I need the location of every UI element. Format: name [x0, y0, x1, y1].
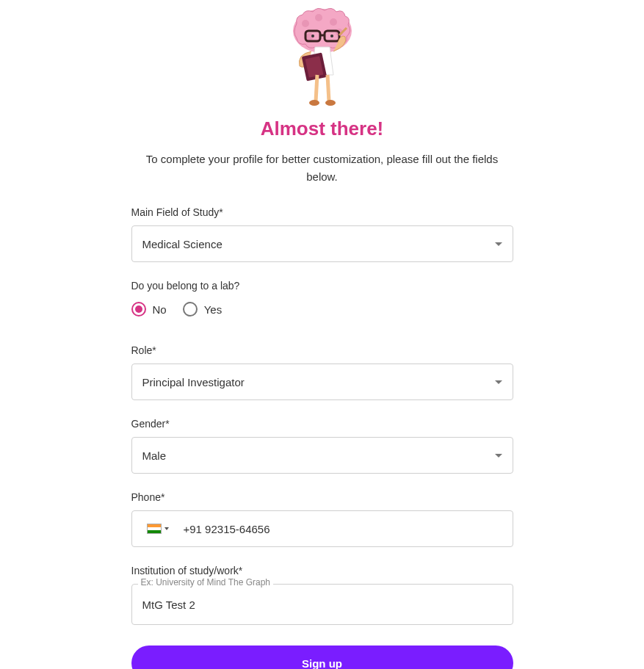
svg-line-15: [328, 75, 329, 101]
flag-india-icon: [147, 524, 162, 534]
radio-icon: [131, 302, 146, 317]
phone-input-wrap[interactable]: +91 92315-64656: [131, 510, 513, 547]
page-subtitle: To complete your profile for better cust…: [131, 151, 513, 186]
role-value: Principal Investigator: [142, 376, 495, 388]
svg-point-17: [325, 100, 336, 106]
profile-form: Main Field of Study* Medical Science Do …: [131, 206, 513, 669]
phone-label: Phone*: [131, 491, 513, 503]
role-select[interactable]: Principal Investigator: [131, 364, 513, 400]
lab-radio-yes[interactable]: Yes: [183, 302, 222, 317]
gender-label: Gender*: [131, 418, 513, 430]
main-field-label: Main Field of Study*: [131, 206, 513, 218]
phone-value: +91 92315-64656: [184, 523, 270, 535]
svg-line-14: [316, 75, 317, 101]
gender-select[interactable]: Male: [131, 437, 513, 474]
svg-point-16: [309, 100, 319, 106]
brain-character-icon: [275, 1, 370, 110]
svg-point-3: [330, 18, 337, 26]
main-field-value: Medical Science: [142, 238, 495, 250]
radio-icon: [183, 302, 198, 317]
page-title: Almost there!: [131, 117, 513, 140]
svg-point-1: [302, 20, 309, 27]
role-label: Role*: [131, 344, 513, 356]
lab-yes-label: Yes: [204, 303, 222, 316]
lab-question-label: Do you belong to a lab?: [131, 280, 513, 292]
main-field-select[interactable]: Medical Science: [131, 225, 513, 262]
svg-point-2: [315, 14, 322, 21]
lab-no-label: No: [153, 303, 167, 316]
signup-button[interactable]: Sign up: [131, 646, 513, 669]
chevron-down-icon: [495, 380, 502, 384]
brain-illustration: [131, 0, 513, 110]
chevron-down-icon: [495, 454, 502, 458]
svg-point-10: [330, 35, 333, 37]
chevron-down-icon: [495, 242, 502, 246]
country-flag-selector[interactable]: [142, 524, 169, 534]
svg-point-9: [311, 35, 314, 37]
gender-value: Male: [142, 449, 495, 462]
institution-input[interactable]: [132, 585, 513, 624]
institution-placeholder-hint: Ex: University of Mind The Graph: [138, 577, 274, 587]
chevron-down-icon: [164, 527, 169, 530]
institution-label: Institution of study/work*: [131, 565, 513, 576]
lab-radio-no[interactable]: No: [131, 302, 167, 317]
